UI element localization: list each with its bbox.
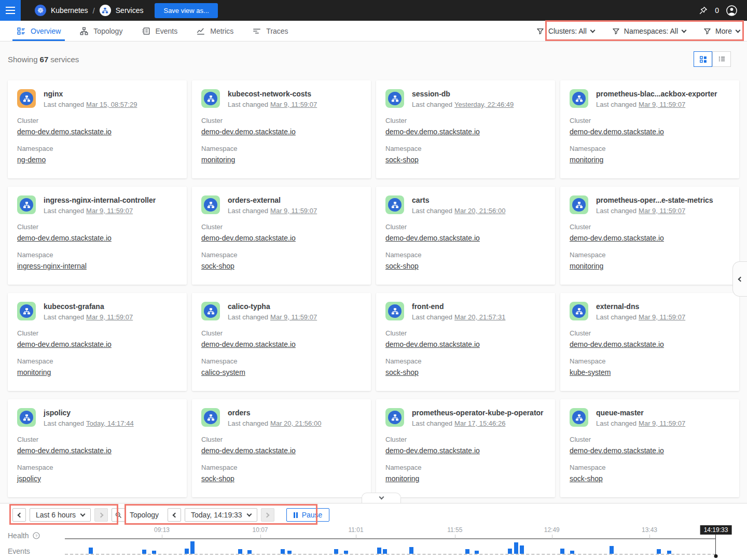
namespace-link[interactable]: ng-demo: [17, 156, 46, 164]
service-card[interactable]: session-db Last changed Yesterday, 22:46…: [376, 80, 555, 178]
last-changed-label: Last changed: [44, 313, 84, 321]
namespace-link[interactable]: sock-shop: [385, 156, 419, 164]
service-health-icon: [570, 408, 588, 427]
tab-label: Events: [155, 27, 177, 35]
service-card[interactable]: orders Last changed Mar 20, 21:56:00 Clu…: [192, 399, 371, 497]
last-changed-link[interactable]: Mar 9, 11:59:07: [639, 419, 685, 427]
filter-more[interactable]: More: [703, 27, 740, 35]
last-changed-link[interactable]: Mar 17, 15:46:26: [454, 419, 505, 427]
namespace-link[interactable]: monitoring: [570, 156, 603, 164]
cluster-link[interactable]: demo-dev.demo.stackstate.io: [17, 446, 112, 455]
namespace-link[interactable]: ingress-nginx-internal: [17, 262, 87, 270]
service-card[interactable]: ingress-nginx-internal-controller Last c…: [8, 187, 187, 285]
service-card[interactable]: prometheus-blac...ackbox-exporter Last c…: [560, 80, 739, 178]
cluster-link[interactable]: demo-dev.demo.stackstate.io: [17, 128, 112, 136]
namespace-label: Namespace: [17, 357, 177, 365]
namespace-link[interactable]: sock-shop: [201, 262, 234, 270]
service-card[interactable]: nginx Last changed Mar 15, 08:57:29 Clus…: [8, 80, 187, 178]
cluster-link[interactable]: demo-dev.demo.stackstate.io: [385, 446, 480, 455]
tick-mark: [356, 535, 356, 539]
services-count-text: Showing 67 services: [8, 55, 79, 64]
tab-traces[interactable]: Traces: [243, 21, 297, 41]
time-range-back-button[interactable]: [12, 508, 26, 522]
right-panel-toggle[interactable]: [732, 261, 747, 297]
cluster-link[interactable]: demo-dev.demo.stackstate.io: [385, 128, 480, 136]
current-time-line: [715, 535, 716, 555]
service-health-icon: [201, 302, 220, 320]
last-changed-link[interactable]: Mar 9, 11:59:07: [639, 313, 685, 321]
namespace-link[interactable]: monitoring: [201, 156, 235, 164]
service-card[interactable]: orders-external Last changed Mar 9, 11:5…: [192, 187, 371, 285]
last-changed-link[interactable]: Mar 20, 21:56:00: [454, 207, 505, 215]
namespace-link[interactable]: sock-shop: [570, 474, 603, 483]
namespace-link[interactable]: sock-shop: [385, 368, 419, 376]
namespace-link[interactable]: monitoring: [17, 368, 51, 376]
service-card[interactable]: prometheus-operator-kube-p-operator Last…: [376, 399, 555, 497]
namespace-link[interactable]: sock-shop: [385, 262, 419, 270]
service-card[interactable]: external-dns Last changed Mar 9, 11:59:0…: [560, 293, 739, 391]
tab-overview[interactable]: Overview: [7, 21, 70, 41]
cluster-link[interactable]: demo-dev.demo.stackstate.io: [570, 128, 664, 136]
last-changed-link[interactable]: Mar 9, 11:59:07: [86, 207, 133, 215]
service-card[interactable]: kubecost-grafana Last changed Mar 9, 11:…: [8, 293, 187, 391]
last-changed-link[interactable]: Mar 9, 11:59:07: [639, 207, 685, 215]
user-avatar-button[interactable]: [726, 5, 738, 17]
service-card[interactable]: kubecost-network-costs Last changed Mar …: [192, 80, 371, 178]
breadcrumb-view[interactable]: Services: [116, 6, 144, 15]
namespace-link[interactable]: kube-system: [570, 368, 611, 376]
namespace-link[interactable]: sock-shop: [201, 474, 234, 483]
filter-clusters[interactable]: Clusters: All: [536, 27, 594, 35]
last-changed-link[interactable]: Mar 20, 21:57:31: [454, 313, 505, 321]
namespace-link[interactable]: jspolicy: [17, 474, 41, 483]
tab-events[interactable]: Events: [132, 21, 187, 41]
cluster-link[interactable]: demo-dev.demo.stackstate.io: [385, 340, 480, 348]
cluster-link[interactable]: demo-dev.demo.stackstate.io: [201, 128, 296, 136]
namespace-link[interactable]: monitoring: [570, 262, 603, 270]
last-changed-link[interactable]: Mar 9, 11:59:07: [270, 207, 317, 215]
current-time-dot[interactable]: [714, 554, 718, 558]
help-icon[interactable]: ?: [32, 531, 40, 540]
last-changed-link[interactable]: Mar 15, 08:57:29: [86, 101, 137, 108]
service-health-icon: [17, 195, 36, 214]
filter-namespaces[interactable]: Namespaces: All: [612, 27, 686, 35]
cluster-link[interactable]: demo-dev.demo.stackstate.io: [385, 234, 480, 242]
tab-metrics[interactable]: Metrics: [187, 21, 243, 41]
cluster-link[interactable]: demo-dev.demo.stackstate.io: [201, 446, 296, 455]
timeline-collapse-handle[interactable]: [362, 493, 401, 503]
cluster-link[interactable]: demo-dev.demo.stackstate.io: [570, 340, 664, 348]
service-card[interactable]: prometheus-oper...e-state-metrics Last c…: [560, 187, 739, 285]
last-changed-link[interactable]: Mar 9, 11:59:07: [270, 101, 317, 108]
last-changed-link[interactable]: Yesterday, 22:46:49: [454, 101, 514, 108]
service-icon: [204, 304, 217, 318]
cluster-link[interactable]: demo-dev.demo.stackstate.io: [17, 340, 112, 348]
service-card[interactable]: carts Last changed Mar 20, 21:56:00 Clus…: [376, 187, 555, 285]
last-changed-link[interactable]: Mar 9, 11:59:07: [86, 313, 133, 321]
cluster-link[interactable]: demo-dev.demo.stackstate.io: [201, 340, 296, 348]
service-card[interactable]: queue-master Last changed Mar 9, 11:59:0…: [560, 399, 739, 497]
hamburger-menu-button[interactable]: [0, 0, 21, 21]
pin-icon[interactable]: [698, 6, 708, 16]
namespace-link[interactable]: calico-system: [201, 368, 245, 376]
overview-icon: [17, 26, 26, 36]
service-card[interactable]: jspolicy Last changed Today, 14:17:44 Cl…: [8, 399, 187, 497]
service-card[interactable]: calico-typha Last changed Mar 9, 11:59:0…: [192, 293, 371, 391]
service-health-icon: [201, 89, 220, 108]
last-changed-link[interactable]: Mar 20, 21:56:00: [270, 419, 321, 427]
breadcrumb-app[interactable]: Kubernetes: [51, 6, 88, 15]
list-view-button[interactable]: [712, 51, 731, 67]
service-icon: [388, 198, 402, 212]
service-card[interactable]: front-end Last changed Mar 20, 21:57:31 …: [376, 293, 555, 391]
last-changed-link[interactable]: Mar 9, 11:59:07: [639, 101, 685, 108]
last-changed-link[interactable]: Today, 14:17:44: [86, 419, 134, 427]
save-view-button[interactable]: Save view as...: [155, 3, 217, 18]
last-changed-link[interactable]: Mar 9, 11:59:07: [270, 313, 317, 321]
cluster-link[interactable]: demo-dev.demo.stackstate.io: [201, 234, 296, 242]
grid-view-button[interactable]: [694, 51, 712, 67]
namespace-link[interactable]: monitoring: [385, 474, 419, 483]
tab-topology[interactable]: Topology: [70, 21, 132, 41]
service-icon: [572, 304, 586, 318]
cluster-link[interactable]: demo-dev.demo.stackstate.io: [570, 446, 664, 455]
timeline-chart[interactable]: 14:19:33 09:1310:0711:0111:5512:4913:43: [65, 503, 716, 560]
cluster-link[interactable]: demo-dev.demo.stackstate.io: [17, 234, 112, 242]
cluster-link[interactable]: demo-dev.demo.stackstate.io: [570, 234, 664, 242]
